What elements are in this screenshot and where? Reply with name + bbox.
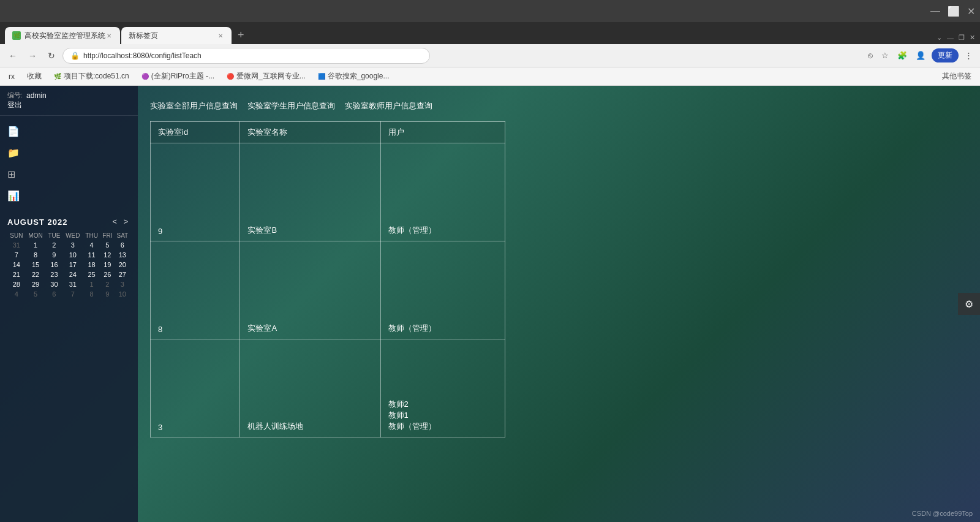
bookmarks-bar: rx 收藏 🌿 项目下载:code51.cn 🟣 (全新)RiPro主题 -..…	[0, 67, 980, 86]
calendar-day[interactable]: 16	[45, 260, 62, 270]
calendar-prev-button[interactable]: <	[110, 216, 119, 227]
calendar-day[interactable]: 14	[7, 260, 26, 270]
tab-teacher-users[interactable]: 实验室教师用户信息查询	[345, 98, 432, 114]
calendar-day[interactable]: 1	[83, 279, 100, 289]
calendar-day[interactable]: 12	[100, 250, 115, 260]
calendar-day[interactable]: 10	[115, 289, 130, 299]
back-button[interactable]: ←	[5, 48, 21, 63]
calendar-grid: SUN MON TUE WED THU FRI SAT 311234567891…	[7, 231, 130, 299]
calendar-day[interactable]: 8	[83, 289, 100, 299]
sidebar-chart-btn[interactable]: 📊	[0, 185, 138, 206]
share-icon[interactable]: ⎋	[865, 50, 875, 61]
maximize-icon[interactable]: ⬜	[948, 6, 960, 17]
nav-tabs: 实验室全部用户信息查询 实验室学生用户信息查询 实验室教师用户信息查询	[150, 98, 949, 114]
tab-student-users[interactable]: 实验室学生用户信息查询	[247, 98, 335, 114]
calendar-day[interactable]: 20	[115, 260, 130, 270]
bookmark-rx-label: rx	[9, 72, 15, 81]
refresh-button[interactable]: ↻	[44, 48, 59, 63]
calendar-day[interactable]: 10	[62, 250, 83, 260]
window-close-icon[interactable]: ✕	[970, 34, 975, 42]
user-id-label: 编号:	[7, 91, 23, 100]
calendar-day[interactable]: 22	[26, 270, 46, 279]
calendar-day[interactable]: 31	[7, 240, 26, 250]
calendar-day[interactable]: 3	[115, 279, 130, 289]
calendar-day[interactable]: 25	[83, 270, 100, 279]
main-area: 编号: admin 登出 📄 📁 ⊞ 📊 AUGU	[0, 86, 980, 522]
document-icon: 📄	[7, 126, 20, 137]
address-bar[interactable]: 🔒 http://localhost:8080/config/listTeach	[62, 48, 430, 64]
table-cell-id: 9	[151, 143, 240, 241]
calendar-day[interactable]: 8	[26, 250, 46, 260]
extension-icon[interactable]: 🧩	[895, 50, 910, 61]
calendar-day[interactable]: 9	[45, 250, 62, 260]
calendar-day[interactable]: 1	[26, 240, 46, 250]
sidebar-folder-btn[interactable]: 📁	[0, 142, 138, 164]
update-button[interactable]: 更新	[932, 48, 959, 62]
calendar-day[interactable]: 11	[83, 250, 100, 260]
bookmark-others[interactable]: 其他书签	[938, 70, 975, 83]
bookmark-ripro[interactable]: 🟣 (全新)RiPro主题 -...	[138, 70, 218, 83]
calendar-day[interactable]: 29	[26, 279, 46, 289]
arrow-down-icon[interactable]: ⌄	[937, 34, 942, 42]
tabs-bar: 🌿 高校实验室监控管理系统 ✕ 新标签页 ✕ + ⌄ — ❐ ✕	[0, 22, 980, 44]
calendar-day[interactable]: 26	[100, 270, 115, 279]
tab-new-tab[interactable]: 新标签页 ✕	[121, 27, 232, 44]
bookmark-google[interactable]: 🟦 谷歌搜索_google...	[314, 70, 393, 83]
calendar-day[interactable]: 13	[115, 250, 130, 260]
star-icon[interactable]: ☆	[879, 50, 891, 61]
calendar-day[interactable]: 2	[100, 279, 115, 289]
new-tab-label: 新标签页	[129, 31, 158, 41]
close-icon[interactable]: ✕	[967, 6, 975, 17]
tab-all-users[interactable]: 实验室全部用户信息查询	[150, 98, 238, 114]
calendar-day[interactable]: 21	[7, 270, 26, 279]
calendar-widget: AUGUST 2022 < > SUN MON TUE WED THU FRI …	[0, 211, 138, 304]
calendar-day[interactable]: 6	[115, 240, 130, 250]
window-minimize-icon[interactable]: —	[947, 34, 954, 42]
calendar-day[interactable]: 23	[45, 270, 62, 279]
toolbar-icons: ⎋ ☆ 🧩 👤 更新 ⋮	[865, 48, 975, 62]
settings-button[interactable]: ⚙	[958, 293, 980, 315]
more-icon[interactable]: ⋮	[962, 50, 975, 61]
calendar-day[interactable]: 6	[45, 289, 62, 299]
bookmark-aiwei[interactable]: 🔴 爱微网_互联网专业...	[223, 70, 309, 83]
lock-icon: 🔒	[70, 51, 80, 60]
bookmark-code51[interactable]: 🌿 项目下载:code51.cn	[50, 70, 133, 83]
tab-close-icon-2[interactable]: ✕	[217, 31, 224, 40]
calendar-next-button[interactable]: >	[121, 216, 130, 227]
calendar-day[interactable]: 15	[26, 260, 46, 270]
calendar-day[interactable]: 30	[45, 279, 62, 289]
window-restore-icon[interactable]: ❐	[959, 34, 965, 42]
tab-close-icon[interactable]: ✕	[105, 31, 113, 40]
calendar-day[interactable]: 3	[62, 240, 83, 250]
calendar-day[interactable]: 17	[62, 260, 83, 270]
calendar-day[interactable]: 31	[62, 279, 83, 289]
profile-icon[interactable]: 👤	[913, 50, 928, 61]
calendar-day[interactable]: 24	[62, 270, 83, 279]
calendar-day[interactable]: 7	[62, 289, 83, 299]
new-tab-button[interactable]: +	[233, 29, 249, 42]
bookmark-favorites[interactable]: 收藏	[23, 70, 45, 83]
content-area: 实验室全部用户信息查询 实验室学生用户信息查询 实验室教师用户信息查询 实验室i…	[138, 86, 980, 522]
calendar-day[interactable]: 5	[100, 240, 115, 250]
watermark-text: CSDN @code99Top	[912, 510, 973, 517]
calendar-day[interactable]: 19	[100, 260, 115, 270]
table-header-row: 实验室id 实验室名称 用户	[151, 122, 505, 143]
calendar-day[interactable]: 4	[83, 240, 100, 250]
forward-button[interactable]: →	[24, 48, 40, 63]
sidebar-grid-btn[interactable]: ⊞	[0, 164, 138, 185]
calendar-day[interactable]: 18	[83, 260, 100, 270]
calendar-day[interactable]: 7	[7, 250, 26, 260]
calendar-day[interactable]: 27	[115, 270, 130, 279]
minimize-icon[interactable]: —	[930, 6, 940, 17]
calendar-day[interactable]: 9	[100, 289, 115, 299]
calendar-day[interactable]: 2	[45, 240, 62, 250]
tab-active[interactable]: 🌿 高校实验室监控管理系统 ✕	[5, 27, 120, 44]
sidebar-document-btn[interactable]: 📄	[0, 121, 138, 142]
calendar-day[interactable]: 28	[7, 279, 26, 289]
logout-link[interactable]: 登出	[7, 100, 22, 109]
calendar-day[interactable]: 5	[26, 289, 46, 299]
calendar-day[interactable]: 4	[7, 289, 26, 299]
table-cell-users: 教师2教师1教师（管理）	[380, 339, 505, 437]
weekday-sat: SAT	[115, 231, 130, 240]
bookmark-rx[interactable]: rx	[5, 71, 18, 82]
